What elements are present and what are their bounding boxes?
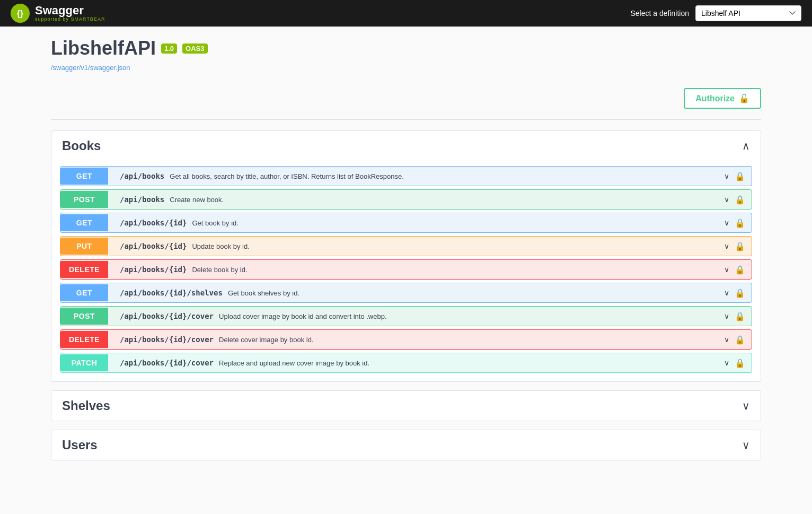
chevron-down-icon: ∨ [724,312,729,320]
method-badge-post: POST [60,191,108,208]
definition-select[interactable]: Libshelf API [695,5,801,21]
endpoint-actions: ∨ 🔒 [718,171,752,181]
lock-icon: 🔒 [735,265,745,275]
endpoint-row[interactable]: POST /api/books Create new book. ∨ 🔒 [60,189,752,210]
section-header-users[interactable]: Users ∨ [51,430,761,460]
endpoint-path: /api/books/{id}/cover [114,312,219,320]
swagger-icon: {} [11,4,30,23]
endpoint-row[interactable]: GET /api/books/{id} Get book by id. ∨ 🔒 [60,213,752,233]
method-badge-get: GET [60,214,108,231]
chevron-down-icon: ∨ [724,359,729,367]
endpoint-path: /api/books/{id}/cover [114,335,219,344]
method-badge-put: PUT [60,238,108,255]
sections-container: Books ∧ GET /api/books Get all books, se… [51,130,761,460]
endpoint-list-books: GET /api/books Get all books, search by … [51,161,761,381]
oas-badge: OAS3 [182,43,207,54]
endpoint-actions: ∨ 🔒 [718,265,752,275]
endpoint-inner: /api/books Create new book. [108,190,718,209]
endpoint-inner: /api/books/{id}/cover Upload cover image… [108,307,718,326]
endpoint-path: /api/books/{id}/cover [114,359,219,367]
method-badge-post: POST [60,308,108,325]
endpoint-actions: ∨ 🔒 [718,218,752,228]
endpoint-actions: ∨ 🔒 [718,288,752,298]
section-shelves: Shelves ∨ [51,390,761,421]
svg-text:{}: {} [17,9,23,18]
chevron-down-icon: ∨ [724,195,729,204]
lock-icon: 🔒 [735,288,745,298]
section-header-shelves[interactable]: Shelves ∨ [51,391,761,421]
endpoint-inner: /api/books/{id}/cover Delete cover image… [108,330,718,349]
endpoint-description: Replace and upload new cover image by bo… [219,359,718,367]
lock-icon: 🔓 [739,93,749,103]
method-badge-patch: PATCH [60,354,108,371]
endpoint-inner: /api/books/{id} Update book by id. [108,237,718,256]
endpoint-path: /api/books/{id}/shelves [114,289,228,297]
chevron-down-icon: ∨ [724,289,729,297]
lock-icon: 🔒 [735,311,745,321]
endpoint-inner: /api/books/{id} Get book by id. [108,213,718,232]
lock-icon: 🔒 [735,335,745,345]
section-books: Books ∧ GET /api/books Get all books, se… [51,130,761,382]
authorize-button[interactable]: Authorize 🔓 [684,88,761,109]
endpoint-path: /api/books [114,195,170,204]
method-badge-get: GET [60,168,108,185]
api-title: LibshelfAPI [51,37,156,59]
endpoint-actions: ∨ 🔒 [718,195,752,205]
lock-icon: 🔒 [735,171,745,181]
endpoint-description: Update book by id. [192,242,718,250]
brand-logo: {} Swagger supported by SMARTBEAR [11,4,105,23]
endpoint-actions: ∨ 🔒 [718,335,752,345]
chevron-down-icon: ∨ [724,172,729,180]
section-toggle-icon: ∨ [742,439,750,451]
app-header: {} Swagger supported by SMARTBEAR Select… [0,0,812,27]
endpoint-description: Delete cover image by book id. [219,336,718,344]
endpoint-path: /api/books/{id} [114,265,192,274]
endpoint-row[interactable]: PUT /api/books/{id} Update book by id. ∨… [60,236,752,256]
definition-select-area: Select a definition Libshelf API [630,5,801,21]
endpoint-actions: ∨ 🔒 [718,358,752,368]
endpoint-inner: /api/books/{id}/cover Replace and upload… [108,353,718,372]
lock-icon: 🔒 [735,241,745,251]
swagger-sub: supported by SMARTBEAR [35,16,105,22]
version-badge: 1.0 [161,43,177,54]
section-toggle-icon: ∨ [742,399,750,412]
endpoint-actions: ∨ 🔒 [718,311,752,321]
endpoint-path: /api/books [114,172,170,180]
endpoint-row[interactable]: POST /api/books/{id}/cover Upload cover … [60,306,752,326]
section-users: Users ∨ [51,430,761,460]
api-title-area: LibshelfAPI 1.0 OAS3 /swagger/v1/swagger… [51,37,761,72]
chevron-down-icon: ∨ [724,219,729,227]
endpoint-row[interactable]: PATCH /api/books/{id}/cover Replace and … [60,353,752,373]
method-badge-get: GET [60,284,108,301]
method-badge-delete: DELETE [60,331,108,348]
endpoint-row[interactable]: GET /api/books/{id}/shelves Get book she… [60,283,752,303]
endpoint-path: /api/books/{id} [114,219,192,227]
endpoint-row[interactable]: DELETE /api/books/{id} Delete book by id… [60,259,752,280]
endpoint-description: Upload cover image by book id and conver… [219,312,718,320]
endpoint-description: Get book by id. [192,219,718,227]
endpoint-inner: /api/books/{id} Delete book by id. [108,260,718,279]
endpoint-description: Delete book by id. [192,266,718,274]
main-content: LibshelfAPI 1.0 OAS3 /swagger/v1/swagger… [40,27,772,480]
section-title-shelves: Shelves [62,398,110,413]
lock-icon: 🔒 [735,358,745,368]
endpoint-description: Get book shelves by id. [228,289,718,297]
lock-icon: 🔒 [735,195,745,205]
endpoint-description: Get all books, search by title, author, … [170,172,718,180]
api-url[interactable]: /swagger/v1/swagger.json [51,64,130,72]
definition-select-label: Select a definition [630,9,689,18]
section-toggle-icon: ∧ [742,140,750,152]
endpoint-inner: /api/books/{id}/shelves Get book shelves… [108,283,718,302]
lock-icon: 🔒 [735,218,745,228]
section-title-users: Users [62,438,98,452]
section-title-books: Books [62,138,101,153]
endpoint-row[interactable]: GET /api/books Get all books, search by … [60,166,752,186]
authorize-area: Authorize 🔓 [51,83,761,120]
endpoint-description: Create new book. [170,196,718,204]
api-title-row: LibshelfAPI 1.0 OAS3 [51,37,761,59]
endpoint-row[interactable]: DELETE /api/books/{id}/cover Delete cove… [60,329,752,350]
endpoint-inner: /api/books Get all books, search by titl… [108,167,718,186]
chevron-down-icon: ∨ [724,265,729,274]
swagger-title: Swagger [35,5,105,16]
section-header-books[interactable]: Books ∧ [51,131,761,161]
